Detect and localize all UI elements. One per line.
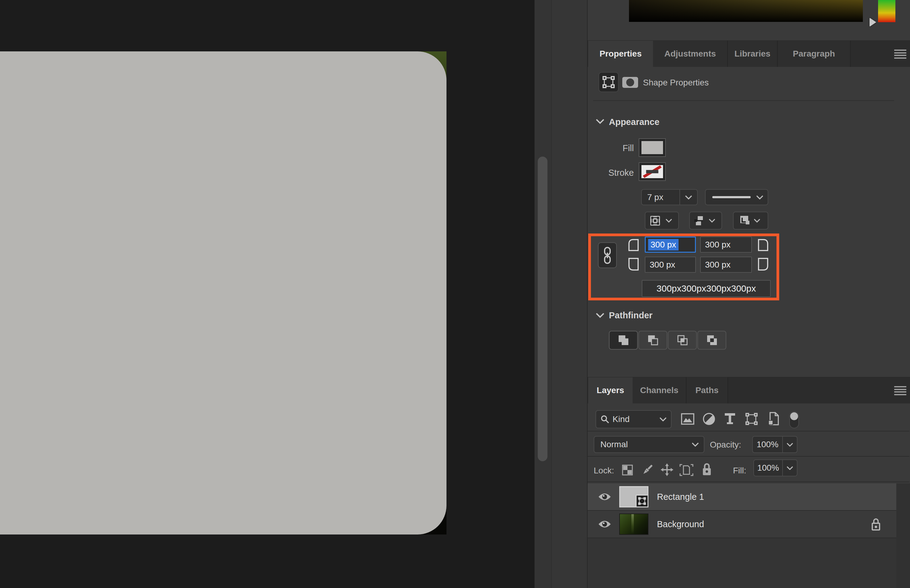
- lock-move-icon[interactable]: [661, 464, 673, 476]
- tab-paragraph[interactable]: Paragraph: [778, 41, 851, 67]
- fill-color: [642, 141, 663, 154]
- divider: [588, 456, 909, 457]
- hue-pointer-icon[interactable]: [870, 18, 876, 27]
- pathfinder-unite-button[interactable]: [609, 331, 638, 350]
- tab-adjustments[interactable]: Adjustments: [653, 41, 728, 67]
- lock-paint-icon[interactable]: [641, 464, 654, 476]
- selected-text: 300 px: [648, 239, 679, 250]
- tab-paths[interactable]: Paths: [687, 377, 728, 404]
- live-shape-button[interactable]: [598, 72, 619, 92]
- color-picker-field[interactable]: [629, 0, 863, 22]
- pathfinder-intersect-button[interactable]: [668, 331, 697, 350]
- layer-row-rectangle-1[interactable]: Rectangle 1: [588, 483, 896, 510]
- stroke-style-combo[interactable]: [705, 189, 768, 205]
- filter-kind-value: Kind: [613, 414, 659, 424]
- fill-swatch[interactable]: [639, 138, 666, 157]
- stroke-corner-icon: [738, 215, 750, 227]
- chevron-down-icon: [666, 219, 672, 223]
- canvas-area[interactable]: [0, 0, 534, 588]
- rounded-rectangle-shape[interactable]: [0, 52, 446, 535]
- chevron-down-icon: [659, 417, 667, 422]
- hue-slider[interactable]: [878, 0, 895, 22]
- pixel-filter-icon[interactable]: [680, 413, 695, 425]
- radius-top-right-input[interactable]: 300 px: [700, 237, 752, 253]
- photoshop-window: Properties Adjustments Libraries Paragra…: [0, 0, 910, 588]
- corner-top-right-icon: [757, 238, 770, 252]
- radius-top-left-input[interactable]: 300 px: [645, 237, 696, 253]
- radius-bottom-left-input[interactable]: 300 px: [645, 257, 696, 273]
- chevron-down-icon: [709, 219, 715, 223]
- layers-empty-area[interactable]: [588, 538, 896, 588]
- tab-channels[interactable]: Channels: [633, 377, 687, 404]
- link-icon: [603, 246, 612, 265]
- chevron-down-icon[interactable]: [595, 313, 605, 318]
- mask-button[interactable]: [622, 77, 638, 88]
- fill-opacity-label: Fill:: [733, 466, 747, 475]
- tab-libraries[interactable]: Libraries: [728, 41, 778, 67]
- tab-properties[interactable]: Properties: [588, 41, 653, 67]
- type-filter-icon[interactable]: [724, 412, 736, 426]
- layer-thumbnail[interactable]: [619, 486, 648, 507]
- layer-thumbnail[interactable]: [619, 514, 648, 535]
- transform-icon: [638, 497, 646, 505]
- stroke-width-combo[interactable]: 7 px: [641, 189, 698, 205]
- photo-highlight: [631, 514, 634, 534]
- solid-line-icon: [712, 196, 751, 198]
- link-radii-button[interactable]: [598, 242, 617, 268]
- shape-filter-icon[interactable]: [745, 412, 758, 426]
- layers-tabbar: Layers Channels Paths: [588, 377, 910, 404]
- lock-all-icon[interactable]: [701, 462, 712, 477]
- mask-icon: [626, 78, 634, 86]
- radius-bottom-right-input[interactable]: 300 px: [700, 257, 752, 273]
- radius-summary-field[interactable]: 300px300px300px300px: [642, 280, 771, 297]
- opacity-combo[interactable]: 100%: [752, 436, 797, 453]
- blend-mode-select[interactable]: Normal: [594, 436, 705, 453]
- canvas-scrollbar-track[interactable]: [534, 0, 552, 588]
- visibility-toggle[interactable]: [597, 520, 613, 529]
- chevron-down-icon[interactable]: [595, 119, 605, 124]
- chevron-down-icon: [692, 443, 699, 447]
- panel-menu-icon[interactable]: [894, 50, 906, 59]
- corner-bottom-left-icon: [627, 257, 639, 271]
- tab-layers[interactable]: Layers: [588, 377, 633, 404]
- filter-toggle[interactable]: [789, 411, 799, 428]
- eye-icon: [598, 492, 611, 501]
- artboard: [0, 52, 446, 535]
- canvas-scrollbar-thumb[interactable]: [538, 157, 548, 461]
- adjustment-filter-icon[interactable]: [702, 412, 716, 426]
- stroke-align-combo[interactable]: [645, 212, 679, 229]
- search-icon: [600, 415, 609, 424]
- unite-icon: [617, 334, 630, 347]
- stroke-swatch[interactable]: [639, 162, 666, 181]
- intersect-icon: [676, 334, 689, 347]
- transform-icon: [602, 75, 615, 89]
- panel-dock-strip: [551, 0, 587, 588]
- fill-opacity-combo[interactable]: 100%: [753, 459, 797, 477]
- fill-opacity-value: 100%: [754, 463, 782, 473]
- appearance-section-title: Appearance: [609, 117, 659, 127]
- smartobject-filter-icon[interactable]: [768, 412, 780, 426]
- pathfinder-subtract-button[interactable]: [638, 331, 667, 350]
- layer-row-background[interactable]: Background: [588, 511, 896, 538]
- layers-scrollbar-gutter[interactable]: [896, 483, 910, 588]
- layer-name[interactable]: Rectangle 1: [657, 492, 704, 502]
- stroke-corner-combo[interactable]: [733, 212, 768, 229]
- stroke-cap-icon: [693, 215, 705, 227]
- visibility-toggle[interactable]: [597, 492, 613, 501]
- divider: [588, 481, 909, 482]
- blend-mode-value: Normal: [600, 439, 692, 449]
- lock-label: Lock:: [594, 466, 614, 475]
- opacity-value: 100%: [753, 439, 782, 449]
- stroke-width-value: 7 px: [642, 192, 679, 202]
- filter-kind-combo[interactable]: Kind: [595, 410, 672, 428]
- panel-menu-icon[interactable]: [894, 386, 906, 395]
- right-panel: Properties Adjustments Libraries Paragra…: [587, 0, 910, 588]
- pathfinder-exclude-button[interactable]: [697, 331, 726, 350]
- lock-artboard-icon[interactable]: [679, 464, 693, 476]
- lock-transparency-icon[interactable]: [622, 464, 633, 476]
- chevron-down-icon: [787, 443, 793, 447]
- stroke-cap-combo[interactable]: [689, 212, 722, 229]
- layer-name[interactable]: Background: [657, 519, 704, 529]
- fill-label: Fill: [606, 143, 634, 153]
- padlock-icon[interactable]: [870, 517, 881, 531]
